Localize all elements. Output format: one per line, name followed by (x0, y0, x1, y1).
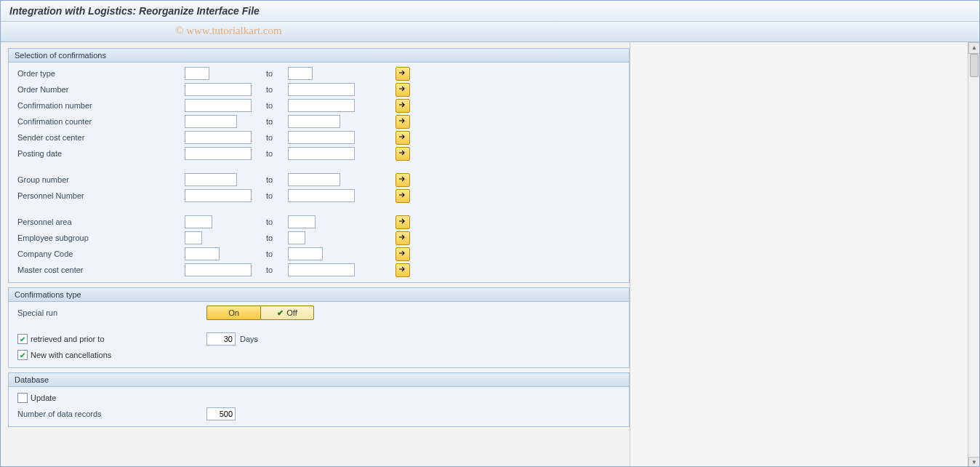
to-label: to (266, 266, 288, 274)
sender-cost-center-multiple-selection-button[interactable] (395, 131, 410, 145)
confirmation-number-multiple-selection-button[interactable] (395, 99, 410, 113)
personnel-area-multiple-selection-button[interactable] (395, 215, 410, 229)
range-row-personnel-number: Personnel Numberto (9, 188, 629, 204)
label-retrieved: retrieved and prior to (31, 335, 105, 343)
company-code-from-input[interactable] (185, 247, 220, 260)
confirmation-counter-from-input[interactable] (185, 115, 237, 128)
confirmation-counter-to-input[interactable] (288, 115, 340, 128)
special-run-toggle[interactable]: On ✔ Off (206, 306, 314, 320)
to-label: to (266, 133, 288, 142)
range-row-order-number: Order Numberto (9, 81, 629, 97)
arrow-right-icon (398, 133, 407, 142)
arrow-right-icon (398, 250, 407, 258)
sender-cost-center-to-input[interactable] (288, 131, 355, 144)
toolbar: © www.tutorialkart.com (1, 22, 979, 42)
scroll-down-icon[interactable]: ▼ (968, 457, 980, 467)
label-special-run: Special run (17, 308, 185, 317)
range-row-personnel-area: Personnel areato (9, 214, 629, 230)
personnel-number-to-input[interactable] (288, 189, 355, 202)
to-label: to (266, 234, 288, 242)
group-confirmations-type: Confirmations type Special run On ✔ Off (8, 287, 630, 368)
retrieved-days-input[interactable] (206, 332, 236, 346)
order-type-from-input[interactable] (185, 67, 209, 80)
label-personnel-area: Personnel area (17, 217, 185, 226)
label-sender-cost-center: Sender cost center (17, 133, 185, 142)
to-label: to (266, 101, 288, 110)
master-cost-center-to-input[interactable] (288, 263, 355, 276)
range-row-sender-cost-center: Sender cost centerto (9, 129, 629, 145)
label-num-records: Number of data records (17, 410, 185, 418)
arrow-right-icon (398, 101, 407, 110)
range-row-employee-subgroup: Employee subgroupto (9, 230, 629, 246)
vertical-scrollbar[interactable]: ▲ ▼ (968, 42, 979, 467)
label-days-unit: Days (240, 335, 258, 343)
label-personnel-number: Personnel Number (17, 191, 185, 200)
to-label: to (266, 217, 288, 226)
toggle-on-label: On (228, 308, 239, 317)
posting-date-to-input[interactable] (288, 147, 355, 160)
personnel-area-to-input[interactable] (288, 215, 316, 228)
range-row-order-type: Order typeto (9, 65, 629, 81)
master-cost-center-from-input[interactable] (185, 263, 252, 276)
employee-subgroup-to-input[interactable] (288, 231, 305, 244)
order-type-multiple-selection-button[interactable] (395, 67, 410, 81)
label-order-type: Order type (17, 69, 185, 78)
arrow-right-icon (398, 85, 407, 94)
group-header-selection: Selection of confirmations (9, 49, 629, 63)
confirmation-number-from-input[interactable] (185, 99, 252, 112)
arrow-right-icon (398, 117, 407, 126)
num-records-input[interactable] (206, 407, 236, 420)
toggle-off-label: Off (286, 308, 297, 317)
watermark-text: © www.tutorialkart.com (175, 25, 282, 37)
personnel-number-multiple-selection-button[interactable] (395, 189, 410, 203)
group-number-to-input[interactable] (288, 173, 340, 186)
arrow-right-icon (398, 191, 407, 200)
group-selection-confirmations: Selection of confirmations Order typetoO… (8, 48, 630, 283)
right-empty-pane: ▲ ▼ (630, 42, 979, 467)
employee-subgroup-from-input[interactable] (185, 231, 202, 244)
confirmation-number-to-input[interactable] (288, 99, 355, 112)
to-label: to (266, 117, 288, 126)
label-update: Update (31, 394, 56, 402)
arrow-right-icon (398, 266, 407, 274)
retrieved-checkbox[interactable]: ✔ (17, 334, 28, 344)
special-run-off-button[interactable]: ✔ Off (260, 306, 314, 320)
order-number-to-input[interactable] (288, 83, 355, 96)
confirmation-counter-multiple-selection-button[interactable] (395, 115, 410, 129)
range-row-master-cost-center: Master cost centerto (9, 262, 629, 278)
scroll-up-icon[interactable]: ▲ (968, 42, 980, 54)
arrow-right-icon (398, 217, 407, 226)
arrow-right-icon (398, 69, 407, 78)
company-code-to-input[interactable] (288, 247, 323, 260)
special-run-on-button[interactable]: On (206, 306, 260, 320)
group-number-from-input[interactable] (185, 173, 237, 186)
order-type-to-input[interactable] (288, 67, 313, 80)
sender-cost-center-from-input[interactable] (185, 131, 252, 144)
arrow-right-icon (398, 234, 407, 242)
new-cancel-checkbox[interactable]: ✔ (17, 350, 28, 360)
personnel-area-from-input[interactable] (185, 215, 212, 228)
master-cost-center-multiple-selection-button[interactable] (395, 263, 410, 277)
arrow-right-icon (398, 175, 407, 184)
posting-date-multiple-selection-button[interactable] (395, 147, 410, 161)
group-header-database: Database (9, 373, 629, 387)
label-group-number: Group number (17, 175, 185, 184)
group-database: Database Update Number of data records (8, 372, 630, 427)
scroll-thumb[interactable] (970, 54, 979, 77)
range-row-company-code: Company Codeto (9, 246, 629, 262)
to-label: to (266, 191, 288, 200)
range-row-group-number: Group numberto (9, 172, 629, 188)
group-number-multiple-selection-button[interactable] (395, 173, 410, 187)
posting-date-from-input[interactable] (185, 147, 252, 160)
order-number-multiple-selection-button[interactable] (395, 83, 410, 97)
label-company-code: Company Code (17, 250, 185, 258)
update-checkbox[interactable] (17, 393, 28, 403)
check-icon: ✔ (277, 308, 284, 318)
to-label: to (266, 149, 288, 158)
label-employee-subgroup: Employee subgroup (17, 234, 185, 242)
personnel-number-from-input[interactable] (185, 189, 252, 202)
company-code-multiple-selection-button[interactable] (395, 247, 410, 261)
to-label: to (266, 69, 288, 78)
employee-subgroup-multiple-selection-button[interactable] (395, 231, 410, 245)
order-number-from-input[interactable] (185, 83, 252, 96)
